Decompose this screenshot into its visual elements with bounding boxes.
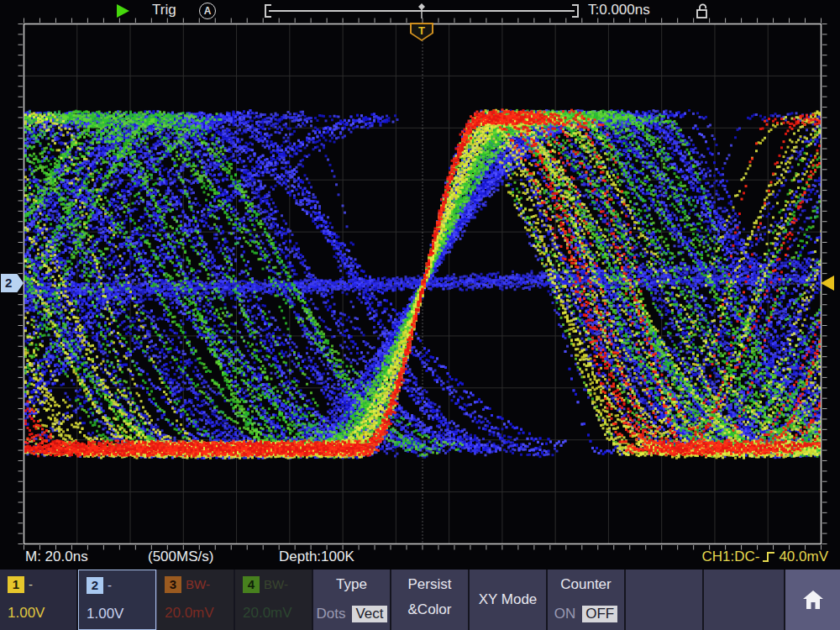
trig-label: Trig — [152, 2, 176, 18]
menu-counter-cell[interactable]: Counter ON OFF — [548, 570, 626, 630]
channel4-badge: 4 — [243, 576, 260, 593]
waveform-persistence-display — [24, 24, 821, 543]
trigger-status-readout: CH1:DC- 40.0mV — [701, 549, 828, 565]
run-play-icon — [117, 4, 129, 18]
trigger-source-label: CH1:DC- — [701, 549, 759, 565]
home-icon — [801, 588, 826, 612]
channel3-bandwidth: BW- — [186, 577, 210, 591]
menu-type-title: Type — [313, 576, 390, 593]
channel2-coupling: - — [108, 578, 112, 592]
auto-trigger-icon: A — [199, 3, 216, 19]
trigger-level-label: 40.0mV — [779, 549, 828, 565]
menu-persist-line1: Persist — [391, 576, 468, 593]
menu-xy-mode-cell[interactable]: XY Mode — [470, 570, 548, 630]
home-button[interactable] — [785, 570, 840, 630]
channel3-cell[interactable]: 3 BW- 20.0mV — [157, 570, 235, 630]
channel4-bandwidth: BW- — [264, 577, 288, 591]
menu-empty-cell-1 — [626, 570, 704, 630]
channel4-scale: 20.0mV — [243, 605, 292, 622]
menu-persist-line2: &Color — [391, 601, 468, 618]
menu-xy-mode-title: XY Mode — [470, 591, 546, 608]
channel3-scale: 20.0mV — [165, 605, 214, 622]
memory-position-bracket[interactable] — [262, 2, 581, 22]
channel1-badge: 1 — [8, 576, 24, 593]
menu-type-cell[interactable]: Type Dots Vect — [313, 570, 391, 630]
channel2-cell-selected[interactable]: 2 - 1.00V — [78, 570, 156, 630]
type-option-vect-selected[interactable]: Vect — [352, 606, 386, 622]
channel4-cell[interactable]: 4 BW- 20.0mV — [235, 570, 313, 630]
channel1-coupling: - — [29, 577, 33, 591]
channel1-scale: 1.00V — [8, 605, 45, 622]
unlocked-icon[interactable] — [694, 2, 711, 20]
counter-option-off-selected[interactable]: OFF — [582, 606, 617, 622]
channel2-scale: 1.00V — [87, 606, 123, 622]
counter-option-on[interactable]: ON — [554, 606, 576, 622]
soft-menu-bar: 1 - 1.00V 2 - 1.00V 3 BW- 20.0mV 4 BW- 2… — [0, 570, 840, 630]
menu-empty-cell-2 — [704, 570, 785, 630]
trigger-time-offset: T:0.000ns — [588, 2, 650, 18]
sample-rate-readout: (500MS/s) — [148, 549, 213, 565]
rising-edge-icon — [762, 550, 776, 564]
channel2-badge: 2 — [87, 577, 103, 594]
menu-persist-cell[interactable]: Persist &Color — [391, 570, 470, 630]
memory-depth-readout: Depth:100K — [279, 549, 354, 565]
menu-counter-title: Counter — [548, 576, 624, 593]
oscilloscope-screen: Trig A T:0.000ns T 2 M: 20.0ns (500MS/s)… — [0, 0, 840, 630]
channel3-badge: 3 — [165, 576, 181, 593]
type-option-dots[interactable]: Dots — [316, 606, 345, 622]
trigger-level-arrow[interactable] — [821, 276, 834, 291]
timebase-readout: M: 20.0ns — [25, 549, 88, 565]
channel1-cell[interactable]: 1 - 1.00V — [0, 570, 78, 630]
